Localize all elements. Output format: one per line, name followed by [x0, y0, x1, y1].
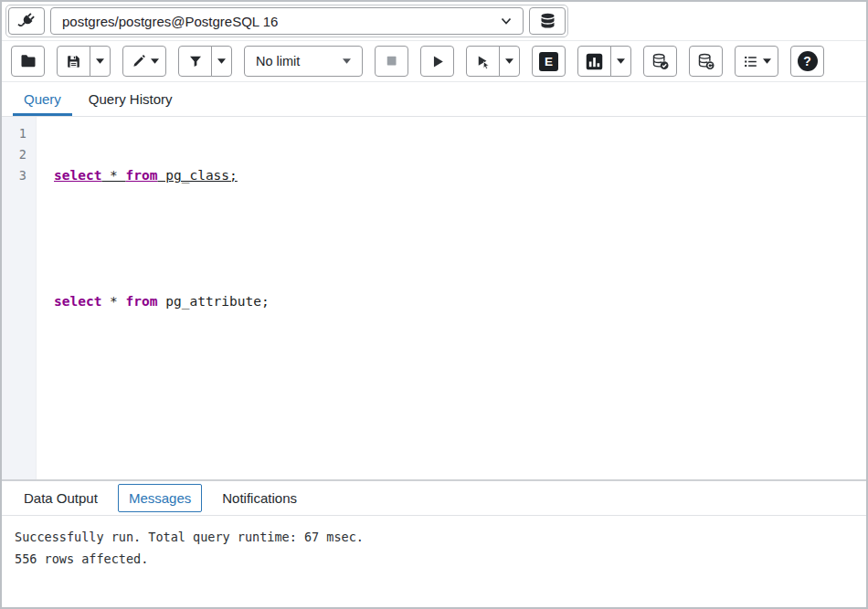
plug-icon: [16, 11, 37, 31]
edit-menu-button[interactable]: [122, 46, 166, 77]
line-number: 2: [2, 144, 26, 165]
pencil-icon: [131, 53, 147, 69]
bar-chart-icon: [585, 52, 604, 71]
caret-down-icon: [763, 58, 771, 64]
sql-text: *: [101, 168, 125, 183]
message-runtime: Successfully run. Total query runtime: 6…: [15, 526, 853, 548]
caret-down-icon: [505, 58, 513, 64]
tab-query[interactable]: Query: [13, 82, 72, 116]
save-button-group: [57, 46, 111, 77]
rollback-icon: [696, 52, 715, 71]
folder-icon: [19, 52, 37, 70]
commit-button[interactable]: [643, 46, 677, 77]
connection-selector-value: postgres/postgres@PostgreSQL 16: [62, 14, 278, 29]
caret-down-icon: [617, 58, 625, 64]
line-number: 3: [2, 165, 26, 186]
commit-icon: [651, 52, 670, 71]
output-tabbar: Data Output Messages Notifications: [2, 481, 866, 516]
chevron-down-icon: [501, 17, 512, 25]
explain-icon: E: [539, 52, 558, 71]
editor-tabbar: Query Query History: [2, 82, 866, 117]
code-line-2: [54, 228, 866, 249]
connection-selector[interactable]: postgres/postgres@PostgreSQL 16: [50, 7, 524, 35]
sql-editor-area: 1 2 3 select * from pg_class; select * f…: [2, 117, 866, 479]
sql-text: pg_class;: [158, 168, 238, 183]
rollback-button[interactable]: [689, 46, 723, 77]
save-button[interactable]: [57, 46, 90, 77]
connection-status-button[interactable]: [8, 7, 45, 35]
caret-down-icon: [217, 58, 226, 64]
sql-keyword: select: [54, 294, 101, 309]
execute-script-button[interactable]: [466, 46, 500, 77]
new-connection-button[interactable]: [529, 7, 566, 35]
code-line-3: select * from pg_attribute;: [54, 291, 866, 312]
sql-code-input[interactable]: select * from pg_class; select * from pg…: [37, 117, 866, 479]
play-icon: [429, 53, 446, 70]
help-button[interactable]: ?: [790, 46, 824, 77]
execute-options-button[interactable]: [499, 46, 520, 77]
explain-options-button[interactable]: [610, 46, 631, 77]
stop-icon: [384, 53, 400, 69]
help-icon: ?: [798, 51, 818, 71]
save-icon: [65, 53, 82, 70]
play-cursor-icon: [474, 53, 492, 70]
open-file-button[interactable]: [11, 46, 45, 77]
save-options-button[interactable]: [90, 46, 111, 77]
connection-group: postgres/postgres@PostgreSQL 16: [5, 5, 568, 37]
filter-button-group: [178, 46, 232, 77]
message-rows-affected: 556 rows affected.: [15, 548, 853, 570]
sql-keyword: from: [126, 168, 158, 183]
messages-panel: Successfully run. Total query runtime: 6…: [2, 516, 866, 607]
caret-down-icon: [343, 58, 351, 64]
sql-keyword: from: [126, 294, 158, 309]
sql-text: pg_attribute;: [158, 294, 270, 309]
query-toolbar: No limit: [2, 41, 866, 82]
execute-options-group: [466, 46, 520, 77]
line-number-gutter: 1 2 3: [2, 117, 37, 479]
tab-messages[interactable]: Messages: [118, 484, 202, 512]
tab-notifications[interactable]: Notifications: [211, 484, 308, 512]
connection-bar: postgres/postgres@PostgreSQL 16: [2, 2, 866, 41]
execute-button[interactable]: [420, 46, 454, 77]
list-icon: [742, 53, 759, 70]
caret-down-icon: [96, 58, 104, 64]
explain-analyze-group: [577, 46, 631, 77]
filter-button[interactable]: [178, 46, 212, 77]
code-line-1: select * from pg_class;: [54, 165, 866, 186]
query-tool-window: postgres/postgres@PostgreSQL 16: [0, 0, 868, 609]
row-limit-select[interactable]: No limit: [244, 46, 363, 77]
caret-down-icon: [151, 58, 159, 64]
sql-text: *: [101, 294, 125, 309]
filter-icon: [187, 53, 204, 69]
filter-options-button[interactable]: [211, 46, 232, 77]
database-icon: [538, 12, 557, 31]
tab-data-output[interactable]: Data Output: [13, 484, 109, 512]
tab-query-history[interactable]: Query History: [78, 82, 184, 116]
sql-keyword: select: [54, 168, 101, 183]
macros-button[interactable]: [735, 46, 778, 77]
row-limit-value: No limit: [256, 54, 300, 68]
cancel-query-button[interactable]: [375, 46, 408, 77]
line-number: 1: [2, 123, 26, 144]
explain-button[interactable]: E: [532, 46, 566, 77]
explain-analyze-button[interactable]: [577, 46, 611, 77]
